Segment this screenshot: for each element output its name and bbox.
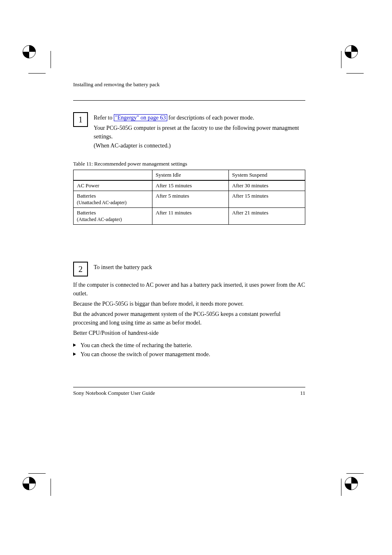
power-table: System Idle System Suspend AC Power Afte… <box>73 170 305 225</box>
crop-mark-br <box>345 477 369 502</box>
step1-subnote: (When AC-adapter is connected.) <box>94 143 305 149</box>
cell: After 15 minutes <box>232 193 268 199</box>
step-number-1: 1 <box>73 112 88 127</box>
list-item: You can choose the switch of power manag… <box>73 350 305 359</box>
cell: AC Power <box>77 182 99 189</box>
step2-lead: To insert the battery pack <box>94 264 152 270</box>
table-caption: Table 11: Recommended power management s… <box>73 161 305 167</box>
cell: After 21 minutes <box>232 210 268 216</box>
step-number-2: 2 <box>73 262 88 276</box>
footer-left: Sony Notebook Computer User Guide <box>73 390 155 396</box>
cell: After 15 minutes <box>156 182 192 189</box>
crop-mark-bl <box>23 477 47 502</box>
page-header: Installing and removing the battery pack <box>73 81 305 88</box>
table-header-blank <box>74 170 152 181</box>
step2-para-2: Because the PCG-505G is biggar than befo… <box>73 299 305 308</box>
header-rule <box>73 100 305 101</box>
table-row: Batteries(Unattached AC-adapter) After 5… <box>74 191 305 208</box>
step1-lead-prefix: Refer to <box>94 115 114 121</box>
footer-rule <box>73 387 305 387</box>
cell: After 30 minutes <box>232 182 268 189</box>
footer-page-number: 11 <box>300 390 305 396</box>
step1-link[interactable]: "Engergy" on page 63 <box>114 114 167 121</box>
list-item: You can check the time of recharing the … <box>73 341 305 350</box>
step1-lead-suffix: for descriptions of each power mode. <box>167 115 254 121</box>
step2-para-1: If the computer is connected to AC power… <box>73 281 305 298</box>
step1-paragraph: Your PCG-505G computer is preset at the … <box>94 124 305 141</box>
crop-mark-tl <box>23 45 47 70</box>
table-header-idle: System Idle <box>152 170 228 181</box>
table-row: Batteries(Attached AC-adapter) After 11 … <box>74 208 305 225</box>
cell: Batteries <box>77 193 96 199</box>
step2-para-4: Better CPU/Position of handrest-side <box>73 329 305 337</box>
cell: Batteries <box>77 210 96 216</box>
cell-sub: (Unattached AC-adapter) <box>77 200 127 205</box>
cell: After 5 minutes <box>156 193 189 199</box>
table-row: AC Power After 15 minutes After 30 minut… <box>74 180 305 191</box>
crop-mark-tr <box>345 45 369 70</box>
step2-para-3: But the advanced power management system… <box>73 310 305 327</box>
cell: After 11 minutes <box>156 210 192 216</box>
table-header-suspend: System Suspend <box>228 170 305 181</box>
cell-sub: (Attached AC-adapter) <box>77 216 122 222</box>
